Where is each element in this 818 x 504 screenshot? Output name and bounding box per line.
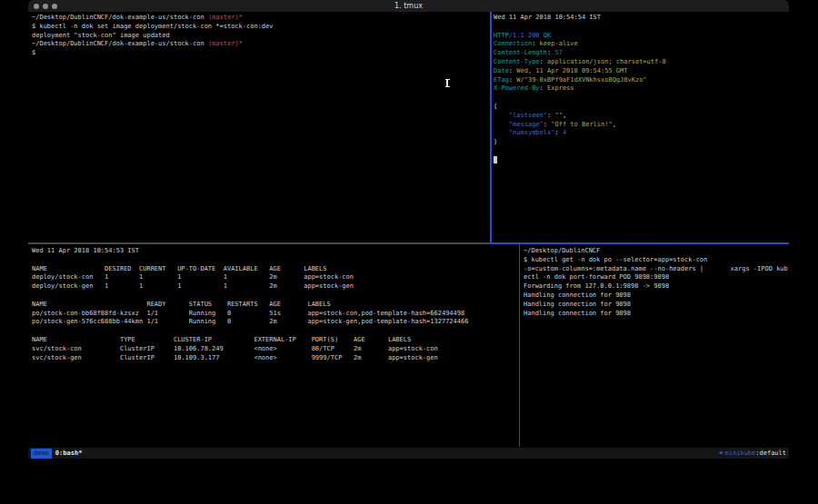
terminal-line — [494, 156, 786, 165]
terminal-line: $ kubectl -n dok set image deployment/st… — [32, 23, 486, 32]
terminal-line: deploy/stock-gen 1 1 1 1 2m app=stock-ge… — [32, 282, 514, 292]
pane-http-response[interactable]: Wed 11 Apr 2018 10:54:54 IST HTTP/1.1 20… — [494, 14, 786, 165]
terminal-line — [32, 327, 514, 336]
kube-namespace-label: :default — [755, 450, 786, 457]
window-title: 1. tmux — [394, 0, 423, 12]
close-button[interactable] — [34, 4, 39, 9]
terminal-line: NAME TYPE CLUSTER-IP EXTERNAL-IP PORT(S)… — [32, 336, 514, 345]
terminal-line — [32, 292, 514, 301]
terminal-line — [494, 147, 786, 156]
terminal-line: deploy/stock-con 1 1 1 1 2m app=stock-co… — [32, 273, 514, 282]
tmux-session-area: ~/Desktop/DublinCNCF/dok-example-us/stoc… — [28, 12, 789, 447]
terminal-line: NAME DESIRED CURRENT UP-TO-DATE AVAILABL… — [32, 265, 514, 274]
terminal-line — [32, 256, 514, 265]
terminal-line: Forwarding from 127.0.0.1:9898 -> 9898 — [524, 282, 787, 292]
pane-port-forward[interactable]: ~/Desktop/DublinCNCF$ kubectl get -n dok… — [524, 247, 787, 318]
terminal-line: Handling connection for 9898 — [524, 292, 787, 301]
terminal-line: HTTP/1.1 200 OK — [494, 32, 786, 41]
minimize-button[interactable] — [43, 4, 48, 9]
pane-border-horizontal-left[interactable] — [28, 242, 490, 244]
block-cursor — [494, 156, 497, 163]
terminal-line: ~/Desktop/DublinCNCF/dok-example-us/stoc… — [32, 40, 486, 49]
mouse-ibeam-cursor — [444, 79, 450, 87]
terminal-line: ETag: W/"39-0xBPf9aF1dXVNkhsxoBQgJ8vKzo" — [494, 76, 786, 85]
terminal-line: Content-Type: application/json; charset=… — [494, 58, 786, 67]
terminal-line: "lastseen": "", — [494, 112, 786, 121]
terminal-line: { — [494, 103, 786, 112]
terminal-line: Wed 11 Apr 2018 10:54:53 IST — [32, 247, 514, 256]
tmux-status-bar: demo 0:bash* ☸ minikube :default — [28, 447, 789, 459]
pane-border-vertical-bottom[interactable] — [519, 244, 520, 447]
terminal-line: Connection: keep-alive — [494, 40, 786, 49]
terminal-line: svc/stock-gen ClusterIP 10.109.3.177 <no… — [32, 354, 514, 363]
terminal-line: Wed 11 Apr 2018 10:54:54 IST — [494, 14, 786, 23]
terminal-line: $ — [32, 49, 486, 58]
session-name-badge: demo — [31, 449, 52, 459]
terminal-line: svc/stock-con ClusterIP 10.106.78.249 <n… — [32, 345, 514, 354]
terminal-line: ectl -n dok port-forward POD 9898:9898 — [524, 273, 787, 282]
traffic-lights — [34, 4, 57, 9]
terminal-line: Date: Wed, 11 Apr 2018 09:54:55 GMT — [494, 67, 786, 76]
terminal-line: -o=custom-columns=:metadata.name --no-he… — [524, 265, 787, 274]
pane-kubectl-resources[interactable]: Wed 11 Apr 2018 10:54:53 IST NAME DESIRE… — [32, 247, 514, 362]
tmux-window-item[interactable]: 0:bash* — [55, 450, 83, 457]
terminal-line: "numsymbols": 4 — [494, 129, 786, 138]
terminal-line: po/stock-con-bb68f88fd-kzsxz 1/1 Running… — [32, 310, 514, 319]
terminal-line: ~/Desktop/DublinCNCF/dok-example-us/stoc… — [32, 14, 486, 23]
terminal-line: po/stock-gen-576cc688bb-44kmn 1/1 Runnin… — [32, 318, 514, 327]
active-pane-border-horizontal[interactable] — [490, 242, 789, 244]
kube-context-label: minikube — [725, 450, 756, 457]
terminal-line: deployment "stock-con" image updated — [32, 32, 486, 41]
pane-shell-top-left[interactable]: ~/Desktop/DublinCNCF/dok-example-us/stoc… — [32, 14, 486, 58]
active-pane-border-vertical[interactable] — [490, 12, 492, 242]
status-left: demo 0:bash* — [31, 449, 82, 459]
terminal-line: Content-Length: 57 — [494, 49, 786, 58]
terminal-line: $ kubectl get -n dok po --selector=app=s… — [524, 256, 787, 265]
window-titlebar[interactable]: 1. tmux — [28, 0, 789, 12]
terminal-line: ~/Desktop/DublinCNCF — [524, 247, 787, 256]
terminal-window: 1. tmux ~/Desktop/DublinCNCF/dok-example… — [28, 0, 789, 459]
status-right: ☸ minikube :default — [719, 450, 786, 457]
terminal-line: } — [494, 138, 786, 147]
terminal-line — [494, 94, 786, 103]
terminal-line: X-Powered-By: Express — [494, 84, 786, 94]
kubernetes-helm-icon: ☸ — [719, 450, 723, 457]
terminal-line: Handling connection for 9898 — [524, 310, 787, 319]
terminal-line: "message": "Off to Berlin!", — [494, 121, 786, 130]
zoom-button[interactable] — [52, 4, 57, 9]
terminal-line: NAME READY STATUS RESTARTS AGE LABELS — [32, 301, 514, 310]
terminal-line — [494, 23, 786, 32]
terminal-line: Handling connection for 9898 — [524, 301, 787, 310]
